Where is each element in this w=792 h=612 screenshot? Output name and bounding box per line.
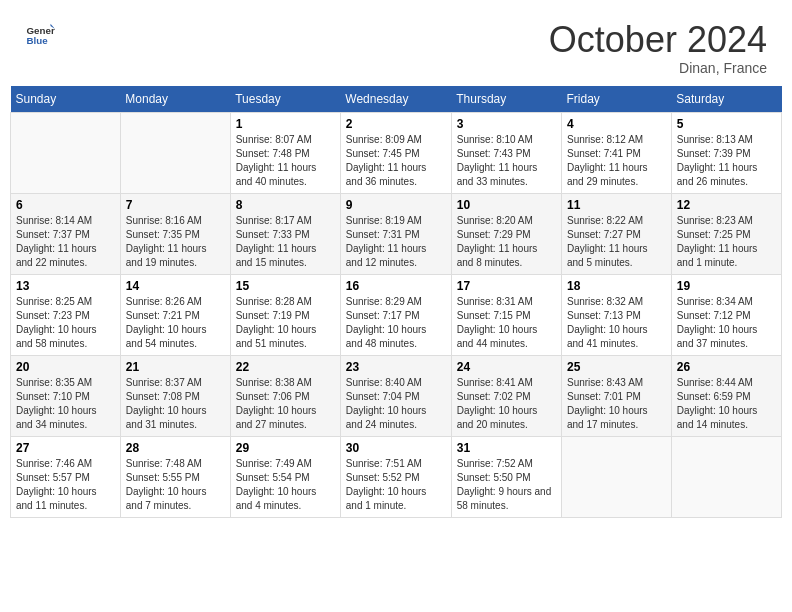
cell-info: Sunrise: 8:44 AM Sunset: 6:59 PM Dayligh…	[677, 376, 776, 432]
table-row: 16Sunrise: 8:29 AM Sunset: 7:17 PM Dayli…	[340, 274, 451, 355]
table-row: 15Sunrise: 8:28 AM Sunset: 7:19 PM Dayli…	[230, 274, 340, 355]
cell-info: Sunrise: 8:35 AM Sunset: 7:10 PM Dayligh…	[16, 376, 115, 432]
calendar-table: Sunday Monday Tuesday Wednesday Thursday…	[10, 86, 782, 518]
day-number: 12	[677, 198, 776, 212]
header-sunday: Sunday	[11, 86, 121, 113]
table-row: 30Sunrise: 7:51 AM Sunset: 5:52 PM Dayli…	[340, 436, 451, 517]
table-row: 8Sunrise: 8:17 AM Sunset: 7:33 PM Daylig…	[230, 193, 340, 274]
day-number: 22	[236, 360, 335, 374]
table-row: 13Sunrise: 8:25 AM Sunset: 7:23 PM Dayli…	[11, 274, 121, 355]
day-number: 31	[457, 441, 556, 455]
table-row	[562, 436, 672, 517]
header-wednesday: Wednesday	[340, 86, 451, 113]
day-number: 13	[16, 279, 115, 293]
calendar-header-row: Sunday Monday Tuesday Wednesday Thursday…	[11, 86, 782, 113]
location: Dinan, France	[549, 60, 767, 76]
day-number: 26	[677, 360, 776, 374]
day-number: 9	[346, 198, 446, 212]
cell-info: Sunrise: 7:48 AM Sunset: 5:55 PM Dayligh…	[126, 457, 225, 513]
cell-info: Sunrise: 8:29 AM Sunset: 7:17 PM Dayligh…	[346, 295, 446, 351]
day-number: 10	[457, 198, 556, 212]
cell-info: Sunrise: 8:26 AM Sunset: 7:21 PM Dayligh…	[126, 295, 225, 351]
svg-text:General: General	[27, 25, 56, 36]
table-row: 21Sunrise: 8:37 AM Sunset: 7:08 PM Dayli…	[120, 355, 230, 436]
cell-info: Sunrise: 8:32 AM Sunset: 7:13 PM Dayligh…	[567, 295, 666, 351]
table-row: 6Sunrise: 8:14 AM Sunset: 7:37 PM Daylig…	[11, 193, 121, 274]
cell-info: Sunrise: 8:34 AM Sunset: 7:12 PM Dayligh…	[677, 295, 776, 351]
table-row: 31Sunrise: 7:52 AM Sunset: 5:50 PM Dayli…	[451, 436, 561, 517]
table-row	[671, 436, 781, 517]
logo: General Blue	[25, 20, 55, 50]
month-title: October 2024	[549, 20, 767, 60]
day-number: 2	[346, 117, 446, 131]
table-row: 22Sunrise: 8:38 AM Sunset: 7:06 PM Dayli…	[230, 355, 340, 436]
header-monday: Monday	[120, 86, 230, 113]
day-number: 17	[457, 279, 556, 293]
table-row: 23Sunrise: 8:40 AM Sunset: 7:04 PM Dayli…	[340, 355, 451, 436]
table-row: 5Sunrise: 8:13 AM Sunset: 7:39 PM Daylig…	[671, 112, 781, 193]
day-number: 20	[16, 360, 115, 374]
table-row: 26Sunrise: 8:44 AM Sunset: 6:59 PM Dayli…	[671, 355, 781, 436]
day-number: 5	[677, 117, 776, 131]
table-row: 12Sunrise: 8:23 AM Sunset: 7:25 PM Dayli…	[671, 193, 781, 274]
day-number: 25	[567, 360, 666, 374]
cell-info: Sunrise: 8:16 AM Sunset: 7:35 PM Dayligh…	[126, 214, 225, 270]
table-row: 11Sunrise: 8:22 AM Sunset: 7:27 PM Dayli…	[562, 193, 672, 274]
day-number: 1	[236, 117, 335, 131]
day-number: 23	[346, 360, 446, 374]
cell-info: Sunrise: 8:09 AM Sunset: 7:45 PM Dayligh…	[346, 133, 446, 189]
table-row: 28Sunrise: 7:48 AM Sunset: 5:55 PM Dayli…	[120, 436, 230, 517]
table-row: 27Sunrise: 7:46 AM Sunset: 5:57 PM Dayli…	[11, 436, 121, 517]
day-number: 3	[457, 117, 556, 131]
cell-info: Sunrise: 7:52 AM Sunset: 5:50 PM Dayligh…	[457, 457, 556, 513]
title-section: October 2024 Dinan, France	[549, 20, 767, 76]
day-number: 4	[567, 117, 666, 131]
table-row	[11, 112, 121, 193]
cell-info: Sunrise: 8:07 AM Sunset: 7:48 PM Dayligh…	[236, 133, 335, 189]
cell-info: Sunrise: 7:46 AM Sunset: 5:57 PM Dayligh…	[16, 457, 115, 513]
header-thursday: Thursday	[451, 86, 561, 113]
day-number: 7	[126, 198, 225, 212]
cell-info: Sunrise: 8:38 AM Sunset: 7:06 PM Dayligh…	[236, 376, 335, 432]
day-number: 19	[677, 279, 776, 293]
cell-info: Sunrise: 8:12 AM Sunset: 7:41 PM Dayligh…	[567, 133, 666, 189]
table-row	[120, 112, 230, 193]
cell-info: Sunrise: 8:22 AM Sunset: 7:27 PM Dayligh…	[567, 214, 666, 270]
logo-icon: General Blue	[25, 20, 55, 50]
svg-text:Blue: Blue	[27, 35, 49, 46]
cell-info: Sunrise: 8:13 AM Sunset: 7:39 PM Dayligh…	[677, 133, 776, 189]
cell-info: Sunrise: 8:31 AM Sunset: 7:15 PM Dayligh…	[457, 295, 556, 351]
table-row: 1Sunrise: 8:07 AM Sunset: 7:48 PM Daylig…	[230, 112, 340, 193]
header-saturday: Saturday	[671, 86, 781, 113]
cell-info: Sunrise: 8:19 AM Sunset: 7:31 PM Dayligh…	[346, 214, 446, 270]
calendar-week-1: 1Sunrise: 8:07 AM Sunset: 7:48 PM Daylig…	[11, 112, 782, 193]
cell-info: Sunrise: 7:51 AM Sunset: 5:52 PM Dayligh…	[346, 457, 446, 513]
calendar-week-5: 27Sunrise: 7:46 AM Sunset: 5:57 PM Dayli…	[11, 436, 782, 517]
day-number: 30	[346, 441, 446, 455]
page-header: General Blue October 2024 Dinan, France	[10, 10, 782, 81]
table-row: 7Sunrise: 8:16 AM Sunset: 7:35 PM Daylig…	[120, 193, 230, 274]
table-row: 25Sunrise: 8:43 AM Sunset: 7:01 PM Dayli…	[562, 355, 672, 436]
table-row: 10Sunrise: 8:20 AM Sunset: 7:29 PM Dayli…	[451, 193, 561, 274]
cell-info: Sunrise: 8:23 AM Sunset: 7:25 PM Dayligh…	[677, 214, 776, 270]
table-row: 18Sunrise: 8:32 AM Sunset: 7:13 PM Dayli…	[562, 274, 672, 355]
table-row: 17Sunrise: 8:31 AM Sunset: 7:15 PM Dayli…	[451, 274, 561, 355]
calendar-week-2: 6Sunrise: 8:14 AM Sunset: 7:37 PM Daylig…	[11, 193, 782, 274]
table-row: 14Sunrise: 8:26 AM Sunset: 7:21 PM Dayli…	[120, 274, 230, 355]
cell-info: Sunrise: 8:37 AM Sunset: 7:08 PM Dayligh…	[126, 376, 225, 432]
header-friday: Friday	[562, 86, 672, 113]
calendar-week-4: 20Sunrise: 8:35 AM Sunset: 7:10 PM Dayli…	[11, 355, 782, 436]
header-tuesday: Tuesday	[230, 86, 340, 113]
cell-info: Sunrise: 8:20 AM Sunset: 7:29 PM Dayligh…	[457, 214, 556, 270]
day-number: 8	[236, 198, 335, 212]
cell-info: Sunrise: 8:41 AM Sunset: 7:02 PM Dayligh…	[457, 376, 556, 432]
day-number: 18	[567, 279, 666, 293]
day-number: 14	[126, 279, 225, 293]
calendar-week-3: 13Sunrise: 8:25 AM Sunset: 7:23 PM Dayli…	[11, 274, 782, 355]
table-row: 19Sunrise: 8:34 AM Sunset: 7:12 PM Dayli…	[671, 274, 781, 355]
cell-info: Sunrise: 8:43 AM Sunset: 7:01 PM Dayligh…	[567, 376, 666, 432]
table-row: 29Sunrise: 7:49 AM Sunset: 5:54 PM Dayli…	[230, 436, 340, 517]
table-row: 4Sunrise: 8:12 AM Sunset: 7:41 PM Daylig…	[562, 112, 672, 193]
table-row: 24Sunrise: 8:41 AM Sunset: 7:02 PM Dayli…	[451, 355, 561, 436]
cell-info: Sunrise: 8:28 AM Sunset: 7:19 PM Dayligh…	[236, 295, 335, 351]
